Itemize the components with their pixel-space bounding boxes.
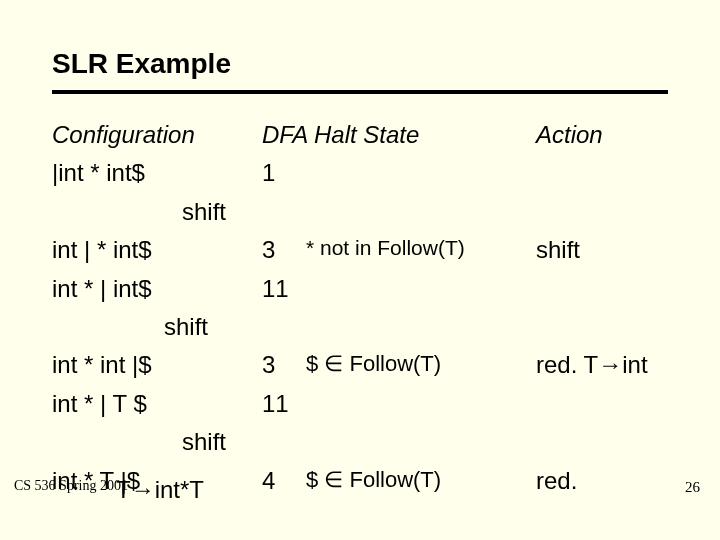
config-row: int * | T $ 11	[52, 385, 668, 423]
last-production: T→int*T	[116, 476, 204, 504]
note-text: $ ∈ Follow(T)	[306, 346, 536, 384]
slide: SLR Example Configuration DFA Halt State…	[0, 0, 720, 540]
footer-course: CS 536 Spring 2001	[14, 478, 128, 494]
header-dfa-state: DFA Halt State	[262, 116, 536, 154]
shift-label: shift	[182, 423, 226, 461]
configuration-text: |int * int$	[52, 154, 262, 192]
state-text: 11	[262, 385, 306, 423]
note-text: * not in Follow(T)	[306, 231, 536, 269]
state-text: 3	[262, 231, 306, 269]
config-row: int * int |$ 3 $ ∈ Follow(T) red. T→int	[52, 346, 668, 384]
state-text: 3	[262, 346, 306, 384]
shift-label: shift	[182, 193, 226, 231]
action-text: shift	[536, 231, 580, 269]
shift-row: shift	[52, 423, 668, 461]
shift-row: shift	[52, 308, 668, 346]
config-row: |int * int$ 1	[52, 154, 668, 192]
shift-label: shift	[164, 308, 208, 346]
config-row: int * | int$ 11	[52, 270, 668, 308]
config-row: int | * int$ 3 * not in Follow(T) shift	[52, 231, 668, 269]
state-text: 1	[262, 154, 306, 192]
note-text: $ ∈ Follow(T)	[306, 462, 536, 500]
action-text: red.	[536, 462, 577, 500]
slide-title: SLR Example	[52, 48, 668, 80]
content: Configuration DFA Halt State Action |int…	[52, 116, 668, 500]
configuration-text: int | * int$	[52, 231, 262, 269]
shift-indent	[52, 193, 182, 231]
note-text	[306, 154, 536, 192]
page-number: 26	[685, 479, 700, 496]
shift-row: shift	[52, 193, 668, 231]
configuration-text: int * | T $	[52, 385, 262, 423]
shift-indent	[52, 308, 164, 346]
action-text: red. T→int	[536, 346, 648, 384]
configuration-text: int * | int$	[52, 270, 262, 308]
state-text: 11	[262, 270, 306, 308]
header-configuration: Configuration	[52, 116, 262, 154]
title-rule	[52, 90, 668, 94]
note-text	[306, 270, 536, 308]
header-row: Configuration DFA Halt State Action	[52, 116, 668, 154]
shift-indent	[52, 423, 182, 461]
state-text: 4	[262, 462, 306, 500]
note-text	[306, 385, 536, 423]
header-action: Action	[536, 116, 603, 154]
configuration-text: int * int |$	[52, 346, 262, 384]
